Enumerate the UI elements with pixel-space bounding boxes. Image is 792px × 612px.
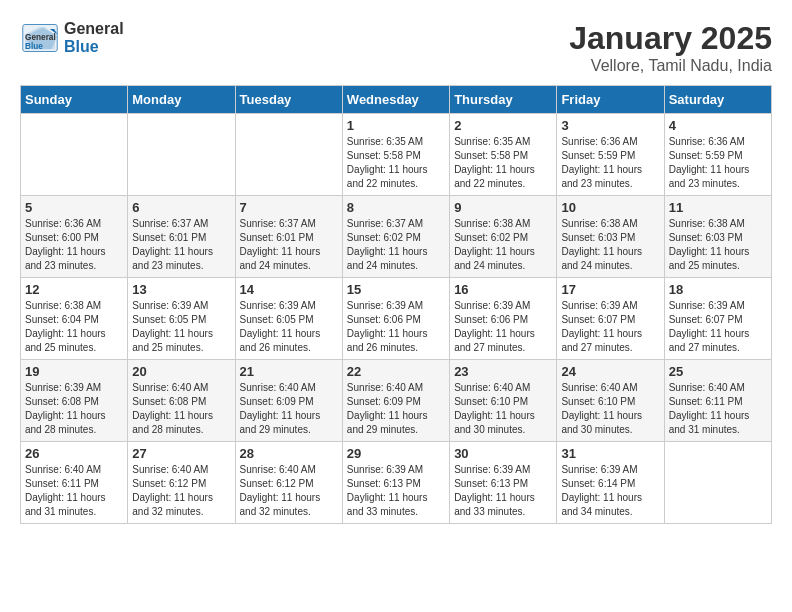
day-info: Sunrise: 6:40 AMSunset: 6:11 PMDaylight:… <box>25 463 123 519</box>
calendar-week-5: 26Sunrise: 6:40 AMSunset: 6:11 PMDayligh… <box>21 442 772 524</box>
day-number: 10 <box>561 200 659 215</box>
day-info: Sunrise: 6:40 AMSunset: 6:09 PMDaylight:… <box>347 381 445 437</box>
day-info: Sunrise: 6:35 AMSunset: 5:58 PMDaylight:… <box>454 135 552 191</box>
calendar-week-4: 19Sunrise: 6:39 AMSunset: 6:08 PMDayligh… <box>21 360 772 442</box>
day-number: 21 <box>240 364 338 379</box>
calendar-week-3: 12Sunrise: 6:38 AMSunset: 6:04 PMDayligh… <box>21 278 772 360</box>
calendar-cell: 27Sunrise: 6:40 AMSunset: 6:12 PMDayligh… <box>128 442 235 524</box>
day-number: 8 <box>347 200 445 215</box>
day-info: Sunrise: 6:39 AMSunset: 6:14 PMDaylight:… <box>561 463 659 519</box>
calendar-cell: 9Sunrise: 6:38 AMSunset: 6:02 PMDaylight… <box>450 196 557 278</box>
day-number: 19 <box>25 364 123 379</box>
weekday-header-tuesday: Tuesday <box>235 86 342 114</box>
day-number: 26 <box>25 446 123 461</box>
day-info: Sunrise: 6:40 AMSunset: 6:11 PMDaylight:… <box>669 381 767 437</box>
weekday-header-sunday: Sunday <box>21 86 128 114</box>
calendar-week-1: 1Sunrise: 6:35 AMSunset: 5:58 PMDaylight… <box>21 114 772 196</box>
calendar-cell <box>664 442 771 524</box>
day-number: 16 <box>454 282 552 297</box>
calendar-cell: 28Sunrise: 6:40 AMSunset: 6:12 PMDayligh… <box>235 442 342 524</box>
calendar-cell: 29Sunrise: 6:39 AMSunset: 6:13 PMDayligh… <box>342 442 449 524</box>
day-info: Sunrise: 6:36 AMSunset: 5:59 PMDaylight:… <box>561 135 659 191</box>
calendar-cell: 7Sunrise: 6:37 AMSunset: 6:01 PMDaylight… <box>235 196 342 278</box>
calendar-cell: 30Sunrise: 6:39 AMSunset: 6:13 PMDayligh… <box>450 442 557 524</box>
day-number: 5 <box>25 200 123 215</box>
weekday-header-wednesday: Wednesday <box>342 86 449 114</box>
day-number: 23 <box>454 364 552 379</box>
calendar-cell: 10Sunrise: 6:38 AMSunset: 6:03 PMDayligh… <box>557 196 664 278</box>
calendar-cell: 3Sunrise: 6:36 AMSunset: 5:59 PMDaylight… <box>557 114 664 196</box>
day-info: Sunrise: 6:40 AMSunset: 6:09 PMDaylight:… <box>240 381 338 437</box>
calendar-cell: 17Sunrise: 6:39 AMSunset: 6:07 PMDayligh… <box>557 278 664 360</box>
weekday-header-monday: Monday <box>128 86 235 114</box>
day-info: Sunrise: 6:39 AMSunset: 6:13 PMDaylight:… <box>347 463 445 519</box>
day-number: 1 <box>347 118 445 133</box>
calendar-cell: 19Sunrise: 6:39 AMSunset: 6:08 PMDayligh… <box>21 360 128 442</box>
logo: General Blue General Blue <box>20 20 124 55</box>
calendar-cell: 14Sunrise: 6:39 AMSunset: 6:05 PMDayligh… <box>235 278 342 360</box>
day-number: 14 <box>240 282 338 297</box>
day-info: Sunrise: 6:36 AMSunset: 5:59 PMDaylight:… <box>669 135 767 191</box>
location-subtitle: Vellore, Tamil Nadu, India <box>569 57 772 75</box>
calendar-cell: 23Sunrise: 6:40 AMSunset: 6:10 PMDayligh… <box>450 360 557 442</box>
day-number: 6 <box>132 200 230 215</box>
day-number: 29 <box>347 446 445 461</box>
calendar-cell: 11Sunrise: 6:38 AMSunset: 6:03 PMDayligh… <box>664 196 771 278</box>
day-info: Sunrise: 6:37 AMSunset: 6:01 PMDaylight:… <box>132 217 230 273</box>
day-number: 2 <box>454 118 552 133</box>
weekday-header-row: SundayMondayTuesdayWednesdayThursdayFrid… <box>21 86 772 114</box>
calendar-cell <box>128 114 235 196</box>
day-info: Sunrise: 6:39 AMSunset: 6:05 PMDaylight:… <box>240 299 338 355</box>
day-info: Sunrise: 6:36 AMSunset: 6:00 PMDaylight:… <box>25 217 123 273</box>
calendar-cell: 6Sunrise: 6:37 AMSunset: 6:01 PMDaylight… <box>128 196 235 278</box>
day-info: Sunrise: 6:38 AMSunset: 6:02 PMDaylight:… <box>454 217 552 273</box>
day-info: Sunrise: 6:40 AMSunset: 6:10 PMDaylight:… <box>454 381 552 437</box>
calendar-cell <box>235 114 342 196</box>
day-number: 11 <box>669 200 767 215</box>
calendar-cell <box>21 114 128 196</box>
logo-name-blue: Blue <box>64 38 124 56</box>
calendar-cell: 21Sunrise: 6:40 AMSunset: 6:09 PMDayligh… <box>235 360 342 442</box>
calendar-cell: 31Sunrise: 6:39 AMSunset: 6:14 PMDayligh… <box>557 442 664 524</box>
day-number: 7 <box>240 200 338 215</box>
day-info: Sunrise: 6:39 AMSunset: 6:13 PMDaylight:… <box>454 463 552 519</box>
day-number: 22 <box>347 364 445 379</box>
calendar-cell: 18Sunrise: 6:39 AMSunset: 6:07 PMDayligh… <box>664 278 771 360</box>
day-info: Sunrise: 6:37 AMSunset: 6:01 PMDaylight:… <box>240 217 338 273</box>
day-number: 18 <box>669 282 767 297</box>
calendar-cell: 5Sunrise: 6:36 AMSunset: 6:00 PMDaylight… <box>21 196 128 278</box>
calendar-cell: 2Sunrise: 6:35 AMSunset: 5:58 PMDaylight… <box>450 114 557 196</box>
day-info: Sunrise: 6:40 AMSunset: 6:12 PMDaylight:… <box>132 463 230 519</box>
calendar-cell: 24Sunrise: 6:40 AMSunset: 6:10 PMDayligh… <box>557 360 664 442</box>
calendar-cell: 1Sunrise: 6:35 AMSunset: 5:58 PMDaylight… <box>342 114 449 196</box>
calendar-cell: 25Sunrise: 6:40 AMSunset: 6:11 PMDayligh… <box>664 360 771 442</box>
day-number: 30 <box>454 446 552 461</box>
page-header: General Blue General Blue January 2025 V… <box>20 20 772 75</box>
day-number: 25 <box>669 364 767 379</box>
calendar-cell: 12Sunrise: 6:38 AMSunset: 6:04 PMDayligh… <box>21 278 128 360</box>
calendar-cell: 8Sunrise: 6:37 AMSunset: 6:02 PMDaylight… <box>342 196 449 278</box>
day-number: 17 <box>561 282 659 297</box>
calendar-week-2: 5Sunrise: 6:36 AMSunset: 6:00 PMDaylight… <box>21 196 772 278</box>
calendar-cell: 22Sunrise: 6:40 AMSunset: 6:09 PMDayligh… <box>342 360 449 442</box>
calendar-cell: 20Sunrise: 6:40 AMSunset: 6:08 PMDayligh… <box>128 360 235 442</box>
day-info: Sunrise: 6:40 AMSunset: 6:08 PMDaylight:… <box>132 381 230 437</box>
weekday-header-saturday: Saturday <box>664 86 771 114</box>
day-number: 27 <box>132 446 230 461</box>
logo-name-general: General <box>64 20 124 38</box>
day-number: 3 <box>561 118 659 133</box>
day-number: 12 <box>25 282 123 297</box>
calendar-table: SundayMondayTuesdayWednesdayThursdayFrid… <box>20 85 772 524</box>
calendar-cell: 26Sunrise: 6:40 AMSunset: 6:11 PMDayligh… <box>21 442 128 524</box>
day-number: 9 <box>454 200 552 215</box>
day-info: Sunrise: 6:37 AMSunset: 6:02 PMDaylight:… <box>347 217 445 273</box>
day-info: Sunrise: 6:38 AMSunset: 6:03 PMDaylight:… <box>561 217 659 273</box>
svg-text:Blue: Blue <box>25 41 43 50</box>
day-number: 24 <box>561 364 659 379</box>
calendar-cell: 4Sunrise: 6:36 AMSunset: 5:59 PMDaylight… <box>664 114 771 196</box>
day-info: Sunrise: 6:35 AMSunset: 5:58 PMDaylight:… <box>347 135 445 191</box>
day-info: Sunrise: 6:39 AMSunset: 6:06 PMDaylight:… <box>347 299 445 355</box>
day-info: Sunrise: 6:40 AMSunset: 6:10 PMDaylight:… <box>561 381 659 437</box>
calendar-cell: 15Sunrise: 6:39 AMSunset: 6:06 PMDayligh… <box>342 278 449 360</box>
day-number: 13 <box>132 282 230 297</box>
